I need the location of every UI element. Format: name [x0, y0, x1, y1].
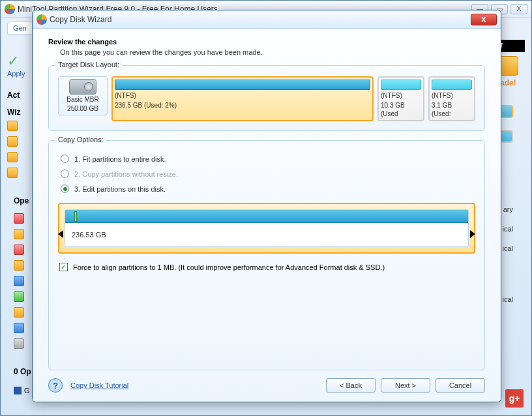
radio-label: 3. Edit partitions on this disk.	[74, 185, 166, 193]
partition-block[interactable]: (NTFS) 3.1 GB (Used:	[428, 76, 475, 121]
page-subheading: On this page you can review the changes …	[60, 48, 485, 56]
dialog-titlebar[interactable]: Copy Disk Wizard X	[33, 10, 501, 29]
operation-icon[interactable]	[14, 260, 24, 271]
target-disk-layout-group: Target Disk Layout: Basic MBR 250.00 GB …	[48, 65, 485, 131]
wizard-icon[interactable]	[7, 152, 18, 162]
wizard-icon[interactable]	[7, 168, 18, 178]
back-button[interactable]: < Back	[326, 378, 376, 393]
copy-options-group: Copy Options: 1. Fit partitions to entir…	[48, 140, 485, 370]
resize-handle-right-icon[interactable]	[470, 230, 475, 238]
cancel-button[interactable]: Cancel	[436, 378, 485, 393]
operation-icon[interactable]	[14, 338, 24, 349]
radio-option-fit[interactable]: 1. Fit partitions to entire disk.	[61, 155, 475, 163]
general-tab[interactable]: Gen	[7, 22, 33, 35]
operations-header: Ope	[14, 196, 29, 205]
radio-icon	[61, 185, 69, 193]
apply-icon[interactable]: ✓	[7, 53, 23, 68]
partition-editor-size: 236.53 GB	[65, 223, 468, 246]
copy-disk-wizard-dialog: Copy Disk Wizard X Review the changes On…	[32, 10, 501, 402]
wizard-icon[interactable]	[7, 136, 18, 147]
resize-handle-left-icon[interactable]	[58, 230, 63, 238]
help-icon[interactable]: ?	[48, 378, 63, 393]
partition-fs: (NTFS)	[381, 91, 421, 100]
partition-editor-inner: 236.53 GB	[65, 209, 469, 247]
partition-fs: (NTFS)	[115, 91, 370, 100]
apply-label: Apply	[7, 70, 25, 78]
group-label: Copy Options:	[55, 136, 106, 143]
dialog-close-button[interactable]: X	[471, 14, 497, 25]
wizard-icon[interactable]	[7, 121, 18, 131]
page-heading: Review the changes	[48, 38, 485, 46]
operation-icon[interactable]	[14, 245, 24, 255]
partition-editor[interactable]: 236.53 GB	[58, 203, 475, 254]
operation-icon[interactable]	[14, 276, 24, 286]
radio-icon	[61, 155, 69, 163]
dialog-footer: ? Copy Disk Tutorial < Back Next > Cance…	[48, 370, 485, 393]
partition-usage-bar	[381, 80, 421, 90]
tutorial-link[interactable]: Copy Disk Tutorial	[70, 381, 128, 389]
partition-size: 236.5 GB (Used: 2%)	[115, 101, 370, 110]
close-button[interactable]: X	[510, 4, 527, 14]
pending-ops-count: 0 Op	[14, 367, 31, 376]
operation-icon[interactable]	[14, 229, 24, 239]
partition-block[interactable]: (NTFS) 236.5 GB (Used: 2%)	[111, 76, 374, 121]
partition-usage-bar	[432, 80, 472, 90]
operation-icon[interactable]	[14, 323, 24, 333]
main-window: MiniTool Partition Wizard Free 9.0 - Fre…	[0, 0, 532, 416]
align-label: Force to align partitions to 1 MB. (It c…	[73, 263, 385, 271]
dialog-title: Copy Disk Wizard	[50, 15, 111, 24]
operation-icon[interactable]	[14, 213, 24, 224]
partition-editor-bar[interactable]	[65, 210, 468, 223]
partition-size: 3.1 GB (Used:	[432, 101, 472, 118]
radio-option-edit[interactable]: 3. Edit partitions on this disk.	[61, 185, 475, 193]
legend-label: G	[24, 387, 30, 394]
partition-fs: (NTFS)	[432, 91, 472, 100]
radio-option-noresize[interactable]: 2. Copy partitions without resize.	[61, 170, 475, 178]
radio-label: 1. Fit partitions to entire disk.	[74, 155, 166, 163]
disk-type: Basic MBR	[66, 96, 98, 104]
radio-icon	[61, 170, 69, 178]
operation-icon[interactable]	[14, 307, 24, 318]
used-space-tick	[74, 211, 77, 222]
checkbox-icon: ✓	[59, 263, 68, 271]
legend-swatch	[14, 387, 22, 394]
app-icon	[37, 14, 47, 25]
partition-size: 10.3 GB (Used	[381, 101, 421, 118]
disk-icon[interactable]: Basic MBR 250.00 GB	[58, 76, 108, 115]
gplus-button[interactable]: g+	[505, 389, 524, 408]
partition-usage-bar	[115, 80, 370, 90]
app-icon	[5, 4, 15, 14]
radio-label: 2. Copy partitions without resize.	[74, 170, 178, 178]
align-checkbox-row[interactable]: ✓ Force to align partitions to 1 MB. (It…	[59, 263, 475, 271]
partition-block[interactable]: (NTFS) 10.3 GB (Used	[377, 76, 424, 121]
disk-size: 250.00 GB	[67, 105, 98, 113]
group-label: Target Disk Layout:	[55, 61, 122, 68]
operation-icon[interactable]	[14, 291, 24, 302]
operation-icons	[14, 213, 24, 349]
hdd-icon	[69, 79, 96, 95]
next-button[interactable]: Next >	[381, 378, 430, 393]
